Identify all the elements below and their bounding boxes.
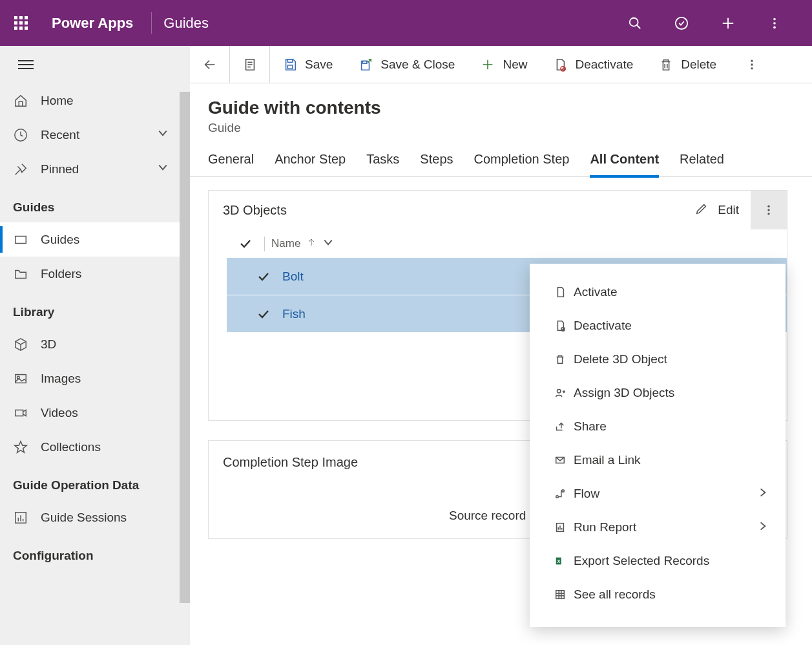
svg-point-36 bbox=[767, 206, 769, 207]
nav-videos-label: Videos bbox=[41, 406, 78, 420]
menu-share[interactable]: Share bbox=[530, 410, 786, 443]
command-bar: Save Save & Close New Deactivate Delete bbox=[190, 46, 812, 83]
menu-flow[interactable]: Flow bbox=[530, 477, 786, 511]
deactivate-icon bbox=[553, 58, 567, 72]
svg-point-37 bbox=[767, 209, 769, 211]
sidebar-scrollbar[interactable] bbox=[180, 92, 190, 603]
panel-more-button[interactable] bbox=[751, 191, 787, 229]
menu-see-all[interactable]: See all records bbox=[530, 578, 786, 611]
star-icon bbox=[12, 440, 29, 454]
column-name[interactable]: Name bbox=[264, 237, 334, 251]
row-name[interactable]: Fish bbox=[282, 307, 306, 321]
trash-icon bbox=[547, 354, 574, 365]
nav-folders[interactable]: Folders bbox=[0, 257, 190, 291]
nav-collections[interactable]: Collections bbox=[0, 430, 190, 464]
entity-name: Guide bbox=[208, 121, 812, 135]
nav-3d[interactable]: 3D bbox=[0, 327, 190, 361]
svg-text:X: X bbox=[557, 558, 561, 564]
search-icon[interactable] bbox=[612, 0, 658, 46]
report-icon bbox=[547, 522, 574, 533]
edit-label: Edit bbox=[718, 203, 739, 217]
menu-label: Export Selected Records bbox=[574, 554, 709, 568]
svg-point-5 bbox=[773, 17, 776, 20]
nav-images[interactable]: Images bbox=[0, 361, 190, 396]
nav-images-label: Images bbox=[41, 372, 81, 386]
svg-rect-10 bbox=[16, 374, 26, 383]
pin-icon bbox=[12, 162, 29, 176]
delete-button[interactable]: Delete bbox=[646, 58, 729, 72]
nav-recent-label: Recent bbox=[41, 128, 79, 142]
grid-icon bbox=[547, 589, 574, 600]
svg-point-6 bbox=[773, 22, 776, 25]
select-all-check[interactable] bbox=[236, 239, 255, 248]
nav-guides-label: Guides bbox=[41, 233, 79, 247]
more-vertical-icon[interactable] bbox=[751, 0, 798, 46]
save-button[interactable]: Save bbox=[270, 58, 346, 72]
waffle-icon[interactable] bbox=[14, 16, 28, 30]
nav-3d-label: 3D bbox=[41, 337, 56, 352]
menu-activate[interactable]: Activate bbox=[530, 275, 786, 309]
add-icon[interactable] bbox=[705, 0, 751, 46]
hamburger-button[interactable] bbox=[0, 46, 190, 83]
nav-home[interactable]: Home bbox=[0, 83, 190, 118]
save-icon bbox=[283, 58, 297, 72]
nav-pinned-label: Pinned bbox=[41, 162, 79, 176]
save-close-icon bbox=[359, 58, 373, 72]
tab-all-content[interactable]: All Content bbox=[590, 152, 659, 176]
deactivate-button[interactable]: Deactivate bbox=[540, 58, 646, 72]
menu-assign[interactable]: Assign 3D Objects bbox=[530, 376, 786, 410]
menu-delete[interactable]: Delete 3D Object bbox=[530, 343, 786, 376]
menu-run-report[interactable]: Run Report bbox=[530, 511, 786, 544]
menu-deactivate[interactable]: Deactivate bbox=[530, 309, 786, 343]
menu-email[interactable]: Email a Link bbox=[530, 443, 786, 477]
nav-guide-sessions[interactable]: Guide Sessions bbox=[0, 500, 190, 534]
row-name[interactable]: Bolt bbox=[282, 270, 304, 284]
edit-button[interactable]: Edit bbox=[683, 191, 751, 229]
nav-videos[interactable]: Videos bbox=[0, 396, 190, 430]
tab-steps[interactable]: Steps bbox=[420, 152, 453, 176]
delete-label: Delete bbox=[681, 58, 716, 72]
tab-tasks[interactable]: Tasks bbox=[366, 152, 399, 176]
nav-recent[interactable]: Recent bbox=[0, 118, 190, 152]
new-button[interactable]: New bbox=[468, 58, 540, 72]
row-check-icon[interactable] bbox=[254, 310, 273, 319]
record-icon bbox=[12, 233, 29, 247]
tab-related[interactable]: Related bbox=[680, 152, 724, 176]
chevron-right-icon bbox=[757, 487, 769, 502]
chevron-down-icon[interactable] bbox=[322, 237, 334, 251]
assign-icon bbox=[547, 387, 574, 399]
nav-collections-label: Collections bbox=[41, 440, 101, 454]
nav-folders-label: Folders bbox=[41, 267, 81, 281]
save-close-button[interactable]: Save & Close bbox=[346, 58, 468, 72]
back-button[interactable] bbox=[190, 46, 230, 83]
chevron-down-icon bbox=[157, 162, 169, 176]
menu-label: Delete 3D Object bbox=[574, 352, 667, 366]
cube-icon bbox=[12, 337, 29, 352]
nav-guides[interactable]: Guides bbox=[0, 222, 190, 257]
menu-label: Flow bbox=[574, 487, 599, 501]
svg-point-0 bbox=[630, 17, 638, 26]
tab-general[interactable]: General bbox=[208, 152, 254, 176]
activate-icon bbox=[547, 286, 574, 298]
task-icon[interactable] bbox=[658, 0, 705, 46]
nav-home-label: Home bbox=[41, 94, 74, 108]
nav-pinned[interactable]: Pinned bbox=[0, 152, 190, 186]
row-check-icon[interactable] bbox=[254, 272, 273, 281]
menu-export[interactable]: X Export Selected Records bbox=[530, 544, 786, 578]
svg-point-35 bbox=[751, 67, 753, 69]
tab-anchor-step[interactable]: Anchor Step bbox=[275, 152, 346, 176]
svg-point-38 bbox=[767, 213, 769, 215]
tab-completion-step[interactable]: Completion Step bbox=[474, 152, 570, 176]
plus-icon bbox=[481, 58, 495, 72]
folder-icon bbox=[12, 267, 29, 281]
svg-rect-25 bbox=[363, 61, 367, 63]
app-title: Power Apps bbox=[52, 15, 133, 32]
nav-section-guides: Guides bbox=[0, 186, 190, 222]
tabs: General Anchor Step Tasks Steps Completi… bbox=[190, 135, 812, 177]
image-icon bbox=[12, 372, 29, 386]
activity-button[interactable] bbox=[230, 46, 270, 83]
chevron-right-icon bbox=[757, 520, 769, 535]
cmdbar-more-icon[interactable] bbox=[738, 58, 765, 71]
svg-rect-12 bbox=[16, 410, 23, 416]
grid-header: Name bbox=[209, 229, 787, 258]
